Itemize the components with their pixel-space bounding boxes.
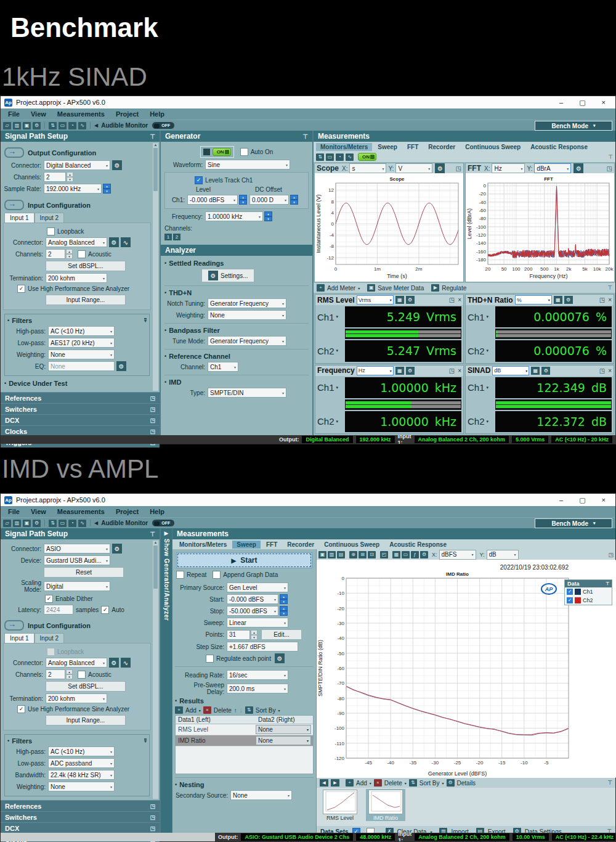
minimize-button[interactable]: –	[559, 496, 563, 504]
monitors-on-toggle[interactable]: ON	[358, 153, 376, 161]
ch1-level-stepper[interactable]: ▴▾	[239, 195, 247, 205]
tab-monitors-meters[interactable]: Monitors/Meters	[316, 143, 372, 151]
legend-item-ch1[interactable]: ✓ Ch1	[565, 587, 612, 596]
channel-selector[interactable]: Ch1▾	[468, 306, 495, 327]
panel-pin-icon[interactable]: ⊤	[150, 133, 155, 140]
high-pass-select[interactable]: AC (<10 Hz)▾	[48, 746, 115, 756]
audible-monitor-toggle[interactable]: OFF	[152, 520, 174, 526]
menu-measurements[interactable]: Measurements	[57, 110, 105, 118]
output-channels-stepper[interactable]: ▴▾	[67, 172, 73, 182]
section-switchers[interactable]: Switchers◳	[1, 403, 160, 414]
scrollbar-vertical[interactable]: ▲	[153, 143, 158, 391]
tune-mode-select[interactable]: Generator Frequency▾	[208, 336, 286, 346]
input-range-button[interactable]: Input Range...	[46, 715, 126, 726]
meter-display-options-button[interactable]: ▦	[395, 296, 404, 304]
acoustic-checkbox[interactable]	[78, 250, 86, 258]
spin-down-icon[interactable]: ▾	[280, 599, 288, 604]
close-icon[interactable]: ×	[458, 367, 461, 374]
meter-display-options-button[interactable]: ▦	[531, 367, 540, 375]
delete-button[interactable]: Delete	[384, 780, 402, 787]
popout-icon[interactable]: ◳	[150, 395, 155, 401]
input-connector-select[interactable]: Analog Balanced▾	[46, 237, 107, 247]
signal-path-icon[interactable]: ⇅	[316, 153, 324, 161]
move-down-icon[interactable]: ↓	[240, 707, 243, 714]
scrollbar-vertical[interactable]: ▲	[153, 541, 158, 799]
print-graph-icon[interactable]: ▤	[337, 551, 345, 558]
popout-icon[interactable]: ◳	[150, 428, 155, 435]
grid-icon[interactable]: ▦	[392, 551, 400, 558]
tab-acoustic-response[interactable]: Acoustic Response	[385, 541, 451, 549]
termination-select[interactable]: 200 kohm▾	[46, 693, 107, 703]
thumbnail-rms-level[interactable]: RMS Level	[320, 789, 360, 821]
output-connector-select[interactable]: ASIO▾	[44, 544, 110, 554]
scroll-thumb[interactable]	[153, 148, 158, 191]
meter-units-select[interactable]: dB▾	[492, 366, 529, 375]
generator-off-icon[interactable]	[203, 149, 210, 155]
sweep-icon[interactable]: ∿	[78, 122, 86, 129]
repeat-checkbox[interactable]	[176, 571, 184, 579]
zoom-fit-icon[interactable]: ⊡	[368, 551, 376, 558]
scope-y-units-select[interactable]: V▾	[395, 163, 432, 173]
meter-settings-button[interactable]: ⚙	[541, 367, 550, 375]
cursors-icon[interactable]: ▭	[402, 551, 410, 558]
sweep-type-select[interactable]: Linear▾	[227, 618, 288, 627]
ch1-dc-offset-stepper[interactable]: ▴▾	[290, 195, 298, 205]
open-project-icon[interactable]: ▥	[13, 122, 21, 129]
save-graph-icon[interactable]: ▣	[318, 551, 326, 558]
meter-units-select[interactable]: Vrms▾	[357, 295, 394, 305]
channel-selector[interactable]: Ch2▾	[468, 411, 495, 432]
panel-pin-icon[interactable]: ⊤	[302, 133, 308, 140]
channel-2-button[interactable]: 2	[173, 234, 180, 240]
section-references[interactable]: References◳	[1, 800, 160, 811]
channel-selector[interactable]: Ch2▾	[468, 340, 495, 361]
imd-type-select[interactable]: SMPTE/DIN▾	[208, 388, 286, 398]
input-channels-field[interactable]: 2	[46, 249, 65, 259]
input-channels-stepper[interactable]: ▴▾	[66, 249, 73, 259]
regulate-each-point-checkbox[interactable]	[206, 655, 214, 663]
channel-selector[interactable]: Ch1▾	[317, 306, 345, 327]
graph-settings-icon[interactable]: ⚙	[420, 551, 428, 558]
menu-file[interactable]: File	[8, 508, 20, 515]
data2-select[interactable]: None▾	[256, 725, 311, 734]
tab-sweep[interactable]: Sweep	[373, 143, 402, 151]
thdn-weighting-select[interactable]: None▾	[208, 310, 286, 320]
input-connector-select[interactable]: Analog Balanced▾	[46, 658, 107, 668]
frequency-select[interactable]: 1.00000 kHz▾	[205, 211, 263, 221]
spin-down-icon[interactable]: ▾	[264, 216, 272, 221]
add-result-icon[interactable]: +	[175, 706, 183, 714]
set-dbspl-button[interactable]: Set dBSPL...	[46, 681, 126, 692]
scroll-up-icon[interactable]: ▲	[154, 541, 158, 544]
fft-y-units-select[interactable]: dBrA▾	[534, 163, 571, 173]
channel-selector[interactable]: Ch2▾	[317, 340, 345, 361]
reading-rate-select[interactable]: 16/sec▾	[227, 670, 288, 680]
new-project-icon[interactable]: ▱	[3, 122, 11, 129]
weighting-select[interactable]: None▾	[48, 782, 115, 791]
low-pass-select[interactable]: AES17 (20 kHz)▾	[48, 338, 115, 348]
spin-up-icon[interactable]: ▴	[264, 211, 272, 216]
pre-sweep-delay-select[interactable]: 200.0 ms▾	[227, 684, 288, 693]
channel-selector[interactable]: Ch2▾	[317, 411, 345, 432]
ch1-level-select[interactable]: -0.000 dBFS▾	[187, 195, 238, 205]
spin-up-icon[interactable]: ▴	[280, 594, 288, 599]
add-meter-button[interactable]: Add Meter	[327, 285, 355, 292]
show-generator-analyzer-strip[interactable]: ▶ Show Generator/Analyzer	[161, 528, 172, 833]
sample-rate-select[interactable]: 192.000 kHz▾	[44, 184, 102, 194]
tab-recorder[interactable]: Recorder	[283, 541, 318, 549]
maximize-button[interactable]: ▢	[579, 496, 585, 504]
close-icon[interactable]: ×	[608, 296, 612, 303]
collapse-icon[interactable]: ▾	[144, 318, 147, 323]
section-dcx[interactable]: DCX◳	[1, 822, 160, 833]
result-row-rms-level[interactable]: RMS Level None▾	[176, 724, 313, 735]
channel-selector[interactable]: Ch1▾	[317, 377, 345, 398]
edit-points-button[interactable]: Edit...	[261, 629, 302, 640]
add-icon[interactable]: +	[346, 779, 354, 787]
legend-pin-icon[interactable]: ⊤	[606, 581, 609, 586]
input-connector-settings-button[interactable]: ⚙	[109, 658, 119, 668]
frequency-stepper[interactable]: ▴▾	[264, 211, 272, 221]
scroll-thumb[interactable]	[153, 546, 158, 589]
new-project-icon[interactable]: ▱	[3, 520, 11, 527]
save-icon[interactable]: ▣	[23, 520, 31, 527]
eq-settings-button[interactable]: ⚙	[116, 361, 126, 371]
points-stepper[interactable]: ▴▾	[251, 630, 257, 640]
close-button[interactable]: ×	[602, 496, 606, 504]
